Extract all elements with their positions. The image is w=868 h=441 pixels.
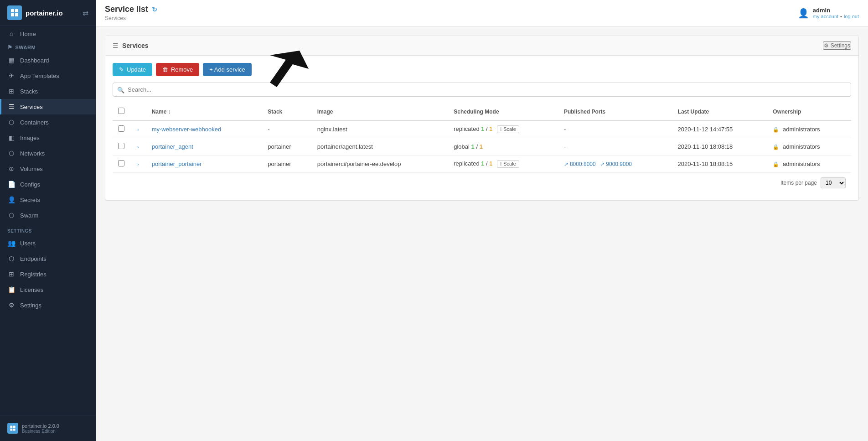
row3-ports-cell: ↗8000:8000 ↗9000:9000 [558,156,672,173]
sidebar-item-dashboard-label: Dashboard [20,57,49,64]
row3-replicas-running: 1 [481,160,484,167]
stacks-icon: ⊞ [7,88,16,95]
volumes-icon: ⊕ [7,165,16,172]
row3-checkbox[interactable] [118,160,124,166]
row3-port1-link[interactable]: ↗8000:8000 [564,161,596,167]
items-per-page-label: Items per page [780,180,817,186]
sidebar-item-app-templates[interactable]: ✈ App Templates [0,68,96,83]
sidebar-item-stacks[interactable]: ⊞ Stacks [0,83,96,99]
row2-ownership-icon: 🔒 [773,144,779,150]
row3-name-link[interactable]: portainer_portainer [152,161,202,167]
endpoints-icon: ⬡ [7,255,16,262]
sidebar-item-containers[interactable]: ⬡ Containers [0,114,96,130]
services-table: Name ↕ Stack Image Scheduling Mode Publi… [113,103,851,173]
row1-ports-cell: - [558,120,672,138]
sidebar-item-dashboard[interactable]: ▦ Dashboard [0,52,96,68]
transfer-icon[interactable]: ⇄ [83,9,88,17]
row1-name-link[interactable]: my-webserver-webhooked [152,126,221,133]
published-ports-header[interactable]: Published Ports [558,103,672,120]
row3-stack-cell: portainer [262,156,312,173]
row3-name-cell: portainer_portainer [146,156,263,173]
row1-scheduling-cell: replicated 1 / 1 ⁞ Scale [448,120,558,138]
row1-scale-button[interactable]: ⁞ Scale [497,125,519,133]
breadcrumb: Services [105,15,157,21]
row3-expand-button[interactable]: › [135,161,141,168]
image-header[interactable]: Image [312,103,448,120]
row1-scheduling-mode: replicated [454,125,479,132]
row3-scale-button[interactable]: ⁞ Scale [497,160,519,168]
sidebar-item-settings[interactable]: ⚙ Settings [0,297,96,313]
sidebar-item-endpoints[interactable]: ⬡ Endpoints [0,251,96,266]
sidebar-item-settings-label: Settings [20,302,41,309]
row2-checkbox[interactable] [118,143,124,149]
sidebar-item-volumes[interactable]: ⊕ Volumes [0,161,96,176]
panel-header-icon: ☰ [113,42,119,49]
row3-update-cell: 2020-11-10 18:08:15 [672,156,768,173]
row3-replicas-total: 1 [489,160,492,167]
table-row: › portainer_agent portainer portainer/ag… [113,138,851,156]
content-area: ☰ Services ⚙ Settings ✎ Update 🗑 [96,26,868,441]
add-service-button[interactable]: + Add service [203,63,251,76]
row3-port2-link[interactable]: ↗9000:9000 [600,161,632,167]
sidebar-item-images[interactable]: ◧ Images [0,130,96,145]
name-header[interactable]: Name ↕ [146,103,263,120]
sidebar-item-networks[interactable]: ⬡ Networks [0,145,96,161]
row2-name-link[interactable]: portainer_agent [152,143,193,150]
logo-icon [7,5,22,20]
panel-header-title: Services [122,42,149,49]
sidebar-item-licenses[interactable]: 📋 Licenses [0,282,96,297]
row1-expand-button[interactable]: › [135,126,141,133]
stack-header[interactable]: Stack [262,103,312,120]
networks-icon: ⬡ [7,150,16,157]
my-account-link[interactable]: my account [813,14,838,19]
footer-logo-text: portainer.io 2.0.0 [22,423,59,429]
settings-section-label: SETTINGS [0,223,96,235]
update-button[interactable]: ✎ Update [113,63,152,76]
search-input[interactable] [113,83,851,97]
sidebar-item-home[interactable]: ⌂ Home [0,26,96,42]
search-icon: 🔍 [117,86,124,93]
sidebar-item-registries[interactable]: ⊞ Registries [0,266,96,282]
row2-expand-cell: › [130,138,146,156]
footer-text: portainer.io 2.0.0 Business Edition [22,423,59,434]
items-per-page-select[interactable]: 10 25 50 100 [821,177,846,188]
row2-replicas-running: 1 [471,143,475,150]
svg-rect-7 [13,429,16,431]
sidebar-item-swarm[interactable]: ⬡ Swarm [0,208,96,223]
row2-scheduling-mode: global [454,143,470,150]
row3-ownership-value: administrators [783,161,820,167]
row1-name-cell: my-webserver-webhooked [146,120,263,138]
select-all-checkbox[interactable] [118,108,124,114]
registries-icon: ⊞ [7,270,16,278]
dashboard-icon: ▦ [7,57,16,64]
sidebar-item-containers-label: Containers [20,119,49,126]
sort-icon: ↕ [168,109,171,115]
row1-stack-cell: - [262,120,312,138]
sidebar-item-secrets[interactable]: 👤 Secrets [0,192,96,208]
row1-ownership-icon: 🔒 [773,127,779,132]
remove-button[interactable]: 🗑 Remove [156,63,199,76]
admin-avatar-icon: 👤 [798,8,809,19]
row3-expand-cell: › [130,156,146,173]
table-body: › my-webserver-webhooked - nginx.latest … [113,120,851,173]
swarm-section-label: SWARM [16,45,36,50]
scheduling-mode-header[interactable]: Scheduling Mode [448,103,558,120]
sidebar-item-swarm-label: Swarm [20,212,38,219]
swarm-menu-icon: ⬡ [7,212,16,219]
row1-checkbox[interactable] [118,125,124,132]
panel-settings-button[interactable]: ⚙ Settings [823,42,851,50]
row2-update-cell: 2020-11-10 18:08:18 [672,138,768,156]
row2-expand-button[interactable]: › [135,143,141,150]
row3-checkbox-cell [113,156,130,173]
sidebar-item-users[interactable]: 👥 Users [0,235,96,251]
ownership-header[interactable]: Ownership [767,103,851,120]
last-update-header[interactable]: Last Update [672,103,768,120]
row1-expand-cell: › [130,120,146,138]
log-out-link[interactable]: log out [844,14,859,19]
refresh-icon[interactable]: ↻ [152,6,157,13]
sidebar-item-configs[interactable]: 📄 Configs [0,176,96,192]
row3-scheduling-cell: replicated 1 / 1 ⁞ Scale [448,156,558,173]
topbar-right: 👤 admin my account • log out [798,7,859,19]
sidebar-item-services[interactable]: ☰ Services [0,99,96,114]
row1-image-cell: nginx.latest [312,120,448,138]
